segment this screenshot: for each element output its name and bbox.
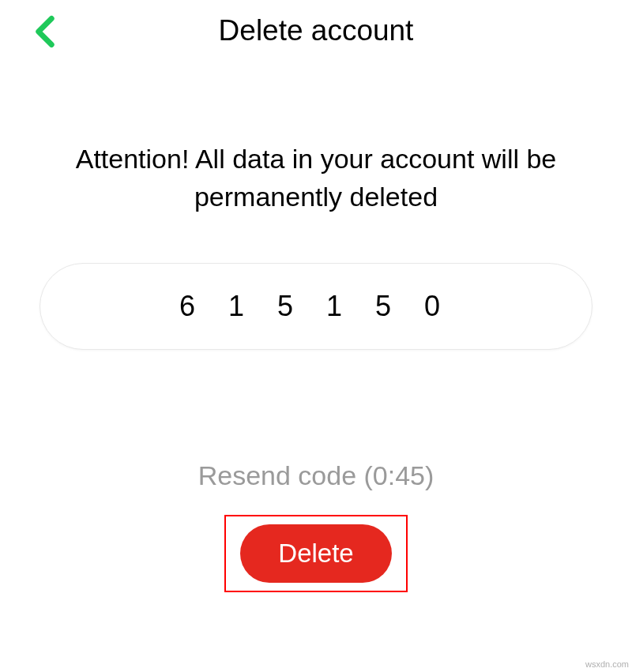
code-input[interactable]: 6 1 5 1 5 0 [40, 263, 592, 350]
delete-highlight: Delete [224, 515, 407, 592]
resend-code-label: Resend code (0:45) [32, 460, 600, 491]
content: Attention! All data in your account will… [0, 141, 632, 592]
code-value: 6 1 5 1 5 0 [179, 290, 453, 323]
page-title: Delete account [24, 14, 608, 47]
delete-button[interactable]: Delete [240, 524, 391, 583]
warning-text: Attention! All data in your account will… [32, 141, 600, 216]
back-icon[interactable] [32, 14, 58, 52]
header: Delete account [0, 0, 632, 62]
watermark: wsxdn.com [585, 659, 629, 669]
